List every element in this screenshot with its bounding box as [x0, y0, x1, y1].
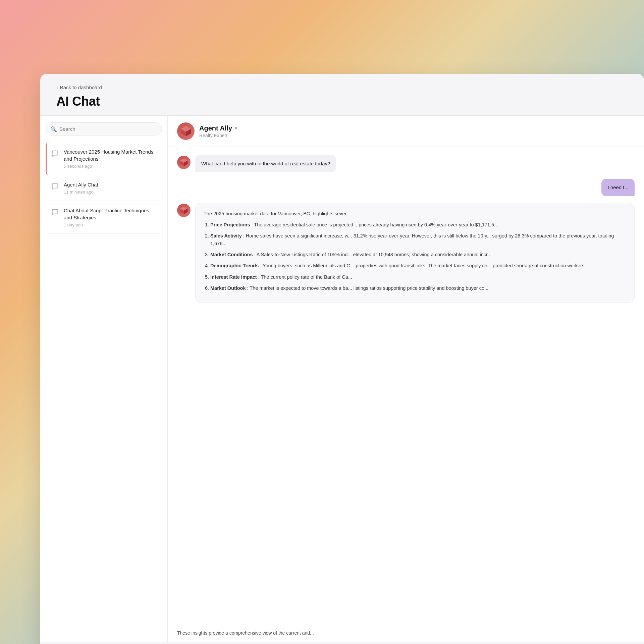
main-content: 🔍 Vancouver 2025 Housing Market Trends a…: [40, 116, 644, 642]
agent-avatar: [177, 122, 195, 140]
response-label-1: Price Projections: [210, 222, 250, 227]
response-intro: The 2025 housing market data for Vancouv…: [204, 210, 626, 218]
chat-info-2: Agent Ally Chat 11 minutes ago: [64, 181, 157, 195]
greeting-bubble: What can I help you with in the world of…: [195, 155, 336, 172]
chat-list: Vancouver 2025 Housing Market Trends and…: [46, 142, 162, 234]
chat-panel: Agent Ally ▾ Realty Expert: [168, 116, 644, 642]
cube-small-icon-2: [179, 206, 189, 215]
message-row-greeting: What can I help you with in the world of…: [177, 155, 635, 172]
chat-time-3: 1 day ago: [64, 222, 157, 227]
message-avatar-agent-2: [177, 204, 191, 217]
agent-name: Agent Ally: [199, 124, 232, 132]
agent-name-row: Agent Ally ▾: [199, 124, 635, 132]
chat-item-vancouver[interactable]: Vancouver 2025 Housing Market Trends and…: [46, 142, 162, 175]
app-window: ‹ Back to dashboard AI Chat 🔍: [40, 74, 644, 644]
agent-subtitle: Realty Expert: [199, 133, 635, 138]
chevron-left-icon: ‹: [56, 85, 58, 90]
chat-info-3: Chat About Script Practice Techniques an…: [64, 207, 157, 227]
response-label-3: Market Conditions: [210, 252, 253, 257]
response-item-2: Sales Activity : Home sales have seen a …: [210, 232, 626, 248]
search-input[interactable]: [46, 122, 162, 136]
chat-messages: What can I help you with in the world of…: [168, 147, 644, 628]
response-label-6: Market Outlook: [210, 285, 246, 291]
top-bar: ‹ Back to dashboard AI Chat: [40, 74, 644, 116]
response-text-6: : The market is expected to move towards…: [247, 285, 488, 291]
response-text-5: : The current policy rate of the Bank of…: [258, 274, 352, 280]
search-container: 🔍: [46, 122, 162, 136]
chat-item-script[interactable]: Chat About Script Practice Techniques an…: [46, 201, 162, 234]
response-item-5: Interest Rate Impact : The current polic…: [210, 273, 626, 281]
response-item-3: Market Conditions : A Sales-to-New Listi…: [210, 251, 626, 259]
sidebar: 🔍 Vancouver 2025 Housing Market Trends a…: [40, 116, 168, 642]
chat-bubble-icon-3: [50, 208, 60, 217]
chat-bubble-icon-2: [50, 182, 60, 191]
message-row-user: I need t...: [177, 179, 635, 196]
back-link-label: Back to dashboard: [60, 85, 102, 90]
cube-icon: [179, 125, 192, 138]
chat-name-3: Chat About Script Practice Techniques an…: [64, 207, 157, 221]
chat-time-2: 11 minutes ago: [64, 190, 157, 195]
chat-bubble-icon-1: [50, 149, 60, 158]
response-bubble: The 2025 housing market data for Vancouv…: [195, 203, 635, 303]
chat-name-2: Agent Ally Chat: [64, 181, 157, 188]
chat-info-1: Vancouver 2025 Housing Market Trends and…: [64, 148, 157, 169]
dropdown-arrow-icon[interactable]: ▾: [235, 125, 237, 131]
message-avatar-agent: [177, 156, 191, 169]
response-text-1: : The average residential sale price is …: [252, 222, 498, 227]
chat-header: Agent Ally ▾ Realty Expert: [168, 116, 644, 147]
response-label-5: Interest Rate Impact: [210, 274, 257, 280]
response-text-2: : Home sales have seen a significant inc…: [210, 233, 614, 246]
response-list: Price Projections : The average resident…: [204, 221, 626, 292]
back-to-dashboard-link[interactable]: ‹ Back to dashboard: [56, 85, 628, 90]
response-text-3: : A Sales-to-New Listings Ratio of 105% …: [254, 252, 492, 257]
user-bubble: I need t...: [601, 179, 635, 196]
page-title: AI Chat: [56, 94, 628, 109]
agent-info: Agent Ally ▾ Realty Expert: [199, 124, 635, 138]
response-label-2: Sales Activity: [210, 233, 242, 238]
response-item-1: Price Projections : The average resident…: [210, 221, 626, 229]
chat-time-1: 5 seconds ago: [64, 164, 157, 169]
cube-small-icon: [179, 158, 189, 167]
chat-name-1: Vancouver 2025 Housing Market Trends and…: [64, 148, 157, 162]
response-item-4: Demographic Trends : Young buyers, such …: [210, 262, 626, 270]
response-label-4: Demographic Trends: [210, 263, 259, 268]
chat-item-agent-ally[interactable]: Agent Ally Chat 11 minutes ago: [46, 175, 162, 201]
search-icon: 🔍: [50, 126, 57, 132]
response-footer: These insights provide a comprehensive v…: [168, 628, 644, 642]
response-item-6: Market Outlook : The market is expected …: [210, 284, 626, 292]
response-text-4: : Young buyers, such as Millennials and …: [260, 263, 586, 268]
message-row-response: The 2025 housing market data for Vancouv…: [177, 203, 635, 303]
